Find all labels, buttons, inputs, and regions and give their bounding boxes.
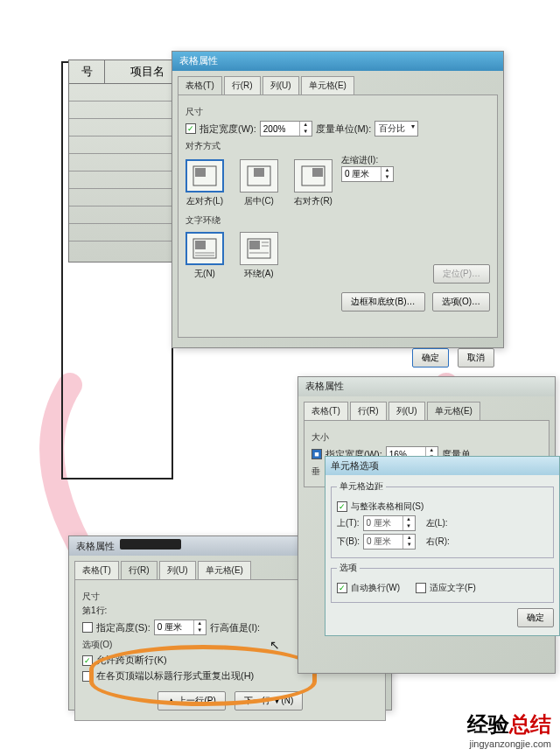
- tab-row[interactable]: 行(R): [121, 561, 158, 579]
- align-options: 左对齐(L) 居中(C) 右对齐(R): [186, 159, 332, 207]
- pref-width-checkbox[interactable]: ■: [312, 449, 322, 459]
- cell-margin-group: 单元格边距 ✓与整张表格相同(S) 上(T): ▲▼ 左(L): 下(B): ▲…: [331, 480, 554, 558]
- height-input[interactable]: [155, 620, 193, 634]
- allow-break-label: 允许跨页断行(K): [96, 654, 167, 667]
- height-spinner[interactable]: ▲▼: [154, 620, 206, 635]
- pref-width-label: 指定宽度(W):: [200, 122, 256, 136]
- cursor-icon: ↖: [270, 638, 280, 652]
- wrap-text-checkbox[interactable]: ✓: [337, 583, 347, 593]
- ok-button[interactable]: 确定: [412, 348, 449, 368]
- svg-rect-1: [195, 168, 206, 177]
- wrap-text-label: 自动换行(W): [351, 582, 400, 594]
- svg-rect-7: [195, 241, 206, 249]
- tab-column[interactable]: 列(U): [388, 402, 425, 420]
- size-label: 大小: [312, 431, 542, 444]
- bottom-margin-spinner[interactable]: ▲▼: [363, 534, 416, 550]
- align-right-icon[interactable]: [294, 159, 332, 192]
- indent-spinner[interactable]: ▲▼: [341, 166, 394, 182]
- allow-break-checkbox[interactable]: ✓: [82, 655, 93, 666]
- tab-cell[interactable]: 单元格(E): [427, 402, 480, 420]
- redacted-bar: [120, 539, 181, 550]
- svg-rect-3: [254, 168, 264, 177]
- wrap-none-label: 无(N): [194, 269, 215, 278]
- margin-legend: 单元格边距: [337, 480, 386, 493]
- wrap-none-icon[interactable]: [186, 232, 224, 265]
- width-spinner[interactable]: ▲▼: [260, 121, 312, 136]
- align-label: 对齐方式: [186, 140, 490, 152]
- cancel-button[interactable]: 取消: [458, 348, 494, 368]
- wrap-label: 文字环绕: [186, 214, 490, 227]
- dialog-title: 表格属性: [172, 52, 503, 71]
- row-height-is-label: 行高值是(I):: [210, 621, 260, 634]
- options-legend: 选项: [337, 562, 360, 574]
- options-button[interactable]: 选项(O)…: [432, 292, 490, 312]
- width-input[interactable]: [261, 122, 299, 136]
- tab-row[interactable]: 行(R): [224, 76, 261, 94]
- dialog-title: 表格属性: [298, 377, 555, 396]
- positioning-button[interactable]: 定位(P)…: [433, 264, 490, 284]
- bottom-margin-label: 下(B):: [337, 536, 360, 548]
- wrap-around-label: 环绕(A): [244, 269, 273, 278]
- right-margin-label: 右(R):: [426, 536, 450, 548]
- tab-cell[interactable]: 单元格(E): [198, 561, 251, 579]
- fit-text-checkbox[interactable]: [416, 583, 426, 593]
- tab-strip: 表格(T) 行(R) 列(U) 单元格(E): [178, 76, 498, 94]
- svg-rect-11: [249, 241, 260, 249]
- tab-table[interactable]: 表格(T): [304, 402, 348, 420]
- indent-input[interactable]: [342, 167, 381, 181]
- repeat-header-label: 在各页顶端以标题行形式重复出现(H): [96, 669, 254, 682]
- spin-up-icon[interactable]: ▲: [300, 122, 312, 129]
- align-left-label: 左对齐(L): [186, 196, 223, 206]
- size-label: 尺寸: [186, 106, 490, 118]
- left-margin-label: 左(L):: [426, 517, 448, 529]
- next-row-button[interactable]: 下一行 ▼(N): [234, 691, 304, 710]
- top-margin-spinner[interactable]: ▲▼: [363, 515, 416, 531]
- specify-height-label: 指定高度(S):: [96, 621, 150, 634]
- watermark-url: jingyanzongjie.com: [467, 738, 551, 749]
- options-group: 选项 ✓自动换行(W) 适应文字(F): [331, 562, 554, 603]
- indent-label: 左缩进(I):: [341, 154, 394, 166]
- svg-rect-5: [312, 168, 323, 177]
- spin-down-icon[interactable]: ▼: [300, 129, 312, 136]
- specify-height-checkbox[interactable]: [82, 622, 93, 633]
- pref-width-checkbox[interactable]: ✓: [186, 123, 196, 134]
- tab-cell[interactable]: 单元格(E): [301, 76, 354, 94]
- tab-table[interactable]: 表格(T): [178, 76, 222, 94]
- tab-table[interactable]: 表格(T): [74, 561, 119, 579]
- tab-row[interactable]: 行(R): [350, 402, 387, 420]
- top-margin-label: 上(T):: [337, 517, 360, 529]
- tab-column[interactable]: 列(U): [262, 76, 299, 94]
- wrap-around-icon[interactable]: [240, 232, 278, 265]
- table-properties-dialog-mid: 表格属性 表格(T) 行(R) 列(U) 单元格(E) 大小 ■ 指定宽度(W)…: [298, 376, 556, 674]
- tab-strip: 表格(T) 行(R) 列(U) 单元格(E): [304, 402, 550, 420]
- col-header: 号: [69, 60, 105, 84]
- cell-options-dialog: 单元格选项 单元格边距 ✓与整张表格相同(S) 上(T): ▲▼ 左(L): 下…: [325, 456, 560, 636]
- ok-button[interactable]: 确定: [517, 608, 554, 627]
- align-center-icon[interactable]: [240, 159, 278, 192]
- repeat-header-checkbox[interactable]: [82, 671, 93, 682]
- same-as-table-label: 与整张表格相同(S): [351, 500, 424, 513]
- align-right-label: 右对齐(R): [294, 196, 332, 206]
- tab-column[interactable]: 列(U): [159, 561, 196, 579]
- tab-content: 尺寸 ✓ 指定宽度(W): ▲▼ 度量单位(M): 百分比 对齐方式 左对齐(L…: [178, 94, 498, 338]
- dialog-title: 单元格选项: [326, 457, 559, 475]
- unit-select[interactable]: 百分比: [374, 121, 418, 136]
- align-left-icon[interactable]: [186, 159, 224, 192]
- table-properties-dialog-top: 表格属性 表格(T) 行(R) 列(U) 单元格(E) 尺寸 ✓ 指定宽度(W)…: [172, 51, 504, 348]
- watermark: 经验总结 jingyanzongjie.com: [467, 710, 551, 749]
- align-center-label: 居中(C): [244, 196, 274, 206]
- same-as-table-checkbox[interactable]: ✓: [337, 501, 347, 512]
- unit-label: 度量单位(M):: [316, 122, 372, 136]
- fit-text-label: 适应文字(F): [430, 582, 476, 594]
- prev-row-button[interactable]: ▲ 上一行(P): [158, 691, 226, 710]
- border-shading-button[interactable]: 边框和底纹(B)…: [341, 292, 424, 312]
